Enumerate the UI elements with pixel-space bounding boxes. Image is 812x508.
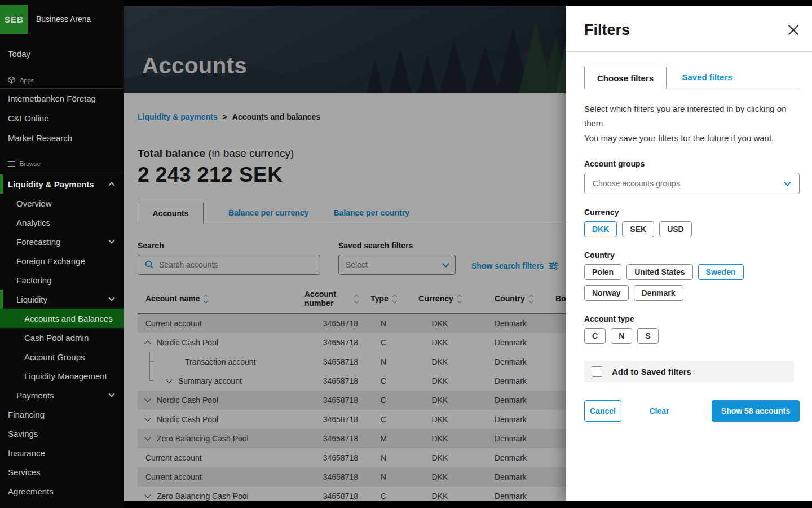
sidebar-item-internetbanken[interactable]: Internetbanken Företag [0,89,124,108]
sidebar-item-savings[interactable]: Savings [0,424,124,443]
seb-logo[interactable]: SEB [0,5,28,34]
sidebar-item-today[interactable]: Today [0,44,124,64]
chevron-down-icon[interactable] [108,237,114,243]
sidebar-item-payments[interactable]: Payments [0,386,124,405]
expand-row-icon[interactable] [144,396,151,402]
tab-choose-filters[interactable]: Choose filters [584,67,667,89]
sidebar-item-agreements[interactable]: Agreements [0,481,124,501]
sidebar-item-factoring[interactable]: Factoring [0,270,124,290]
sidebar-item-cash-pool-admin[interactable]: Cash Pool admin [0,328,124,347]
expand-row-icon[interactable] [144,434,151,440]
chevron-up-icon[interactable] [108,182,114,188]
expand-row-icon[interactable] [144,492,151,498]
close-icon[interactable] [787,24,800,36]
sidebar-item-accounts-and-balances[interactable]: Accounts and Balances [0,309,124,328]
search-input[interactable] [159,260,314,269]
show-accounts-button[interactable]: Show 58 accounts [712,400,800,422]
brand-row: SEB Business Arena [0,0,124,34]
account-country: Denmark [471,391,555,410]
tab-balance-per-country[interactable]: Balance per country [333,208,409,217]
chip-dkk[interactable]: DKK [584,221,617,237]
table-row[interactable]: Summary account 34658718 C DKK Denmark [138,371,566,391]
chip-sweden[interactable]: Sweden [698,264,744,280]
col-header-country[interactable]: Country [471,290,555,309]
table-row[interactable]: Nordic Cash Pool 34658718 C DKK Denmark [138,410,566,429]
tab-accounts[interactable]: Accounts [138,203,204,224]
sidebar-item-liquidity-payments[interactable]: Liquidity & Payments [0,174,124,194]
expand-row-icon[interactable] [166,376,172,383]
add-to-saved-filters-checkbox[interactable] [592,366,602,377]
account-type: M [358,429,409,448]
nav-label: Liquidity [16,295,109,304]
chip-type-s[interactable]: S [637,328,658,344]
sidebar-item-services[interactable]: Services [0,462,124,481]
saved-filters-select[interactable]: Select [338,255,456,275]
chevron-down-icon [442,260,449,268]
table-row[interactable]: Transaction account 34658718 N DKK Denma… [138,352,566,371]
tab-balance-per-currency[interactable]: Balance per currency [228,208,308,217]
col-label: Currency [418,294,453,303]
sort-icon[interactable] [204,295,208,303]
chip-usd[interactable]: USD [659,221,692,237]
sidebar-item-foreign-exchange[interactable]: Foreign Exchange [0,251,124,270]
sidebar-item-overview[interactable]: Overview [0,194,124,213]
account-country: Denmark [471,448,555,467]
chip-united-states[interactable]: United States [626,264,692,280]
col-label: Boo [555,294,566,303]
chip-type-n[interactable]: N [611,328,632,344]
sidebar-item-insurance[interactable]: Insurance [0,443,124,462]
sidebar-item-forecasting[interactable]: Forecasting [0,232,124,251]
chip-polen[interactable]: Polen [584,264,621,280]
chip-sek[interactable]: SEK [622,221,654,237]
account-name: Current account [145,319,202,328]
account-type: C [358,487,409,501]
account-groups-select[interactable]: Choose accounts groups [584,173,800,194]
account-type: N [358,467,409,487]
tab-saved-filters[interactable]: Saved filters [667,72,748,82]
table-row[interactable]: Current account 34658718 N DKK Denmark [138,448,566,467]
sidebar-item-analytics[interactable]: Analytics [0,213,124,232]
expand-row-icon[interactable] [144,415,151,421]
sort-icon[interactable] [458,295,461,303]
account-country: Denmark [471,429,555,448]
col-header-currency[interactable]: Currency [409,290,471,309]
nav-label: Overview [16,199,124,208]
sidebar-item-liquidity-management[interactable]: Liquidity Management [0,366,124,386]
sort-icon[interactable] [393,295,396,303]
show-search-filters-label: Show search filters [471,261,544,270]
sidebar-item-account-groups[interactable]: Account Groups [0,347,124,366]
account-type: C [358,410,409,429]
table-row[interactable]: Nordic Cash Pool 34658718 C DKK Denmark [138,391,566,410]
sidebar-item-market-research[interactable]: Market Research [0,128,124,148]
show-search-filters-link[interactable]: Show search filters [471,261,558,270]
breadcrumb-link[interactable]: Liquidity & payments [138,112,218,121]
clear-button[interactable]: Clear [649,406,669,415]
col-header-account-name[interactable]: Account name [138,290,304,309]
col-header-booked-balance[interactable]: Boo [555,290,566,309]
chip-type-c[interactable]: C [584,328,606,344]
table-row[interactable]: Zero Balancing Cash Pool 34658718 M DKK … [138,429,566,448]
account-name: Zero Balancing Cash Pool [157,492,249,501]
sidebar-item-ci-online[interactable]: C&I Online [0,108,124,128]
sidebar-item-financing[interactable]: Financing [0,405,124,424]
chevron-down-icon[interactable] [108,391,114,397]
country-chips: Polen United States Sweden Norway Denmar… [584,264,753,301]
chip-denmark[interactable]: Denmark [634,285,683,301]
browse-menu-icon [8,161,15,167]
chip-norway[interactable]: Norway [584,285,629,301]
sort-icon[interactable] [529,295,533,303]
cancel-button[interactable]: Cancel [584,400,621,422]
table-row[interactable]: Current account 34658718 N DKK Denmark [138,467,566,487]
chevron-down-icon[interactable] [108,295,114,301]
col-header-account-number[interactable]: Account number [304,285,358,313]
hero-banner: Accounts [124,6,566,93]
collapse-row-icon[interactable] [144,340,151,347]
col-header-type[interactable]: Type [358,290,409,309]
browse-section-label: Browse [20,160,41,167]
account-name: Nordic Cash Pool [157,415,218,424]
nav-label: Agreements [8,487,124,496]
sidebar-item-liquidity[interactable]: Liquidity [0,290,124,309]
table-row[interactable]: Zero Balancing Cash Pool 34658718 C DKK … [138,487,566,501]
table-row[interactable]: Current account 34658718 N DKK Denmark [138,314,566,333]
table-row[interactable]: Nordic Cash Pool 34658718 C DKK Denmark [138,333,566,352]
